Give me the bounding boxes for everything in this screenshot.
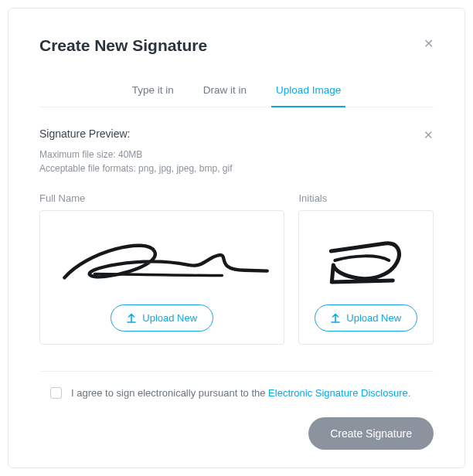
preview-close-icon[interactable]: ✕ (424, 129, 434, 141)
preview-label: Signature Preview: (39, 128, 131, 140)
initials-box: Upload New (298, 210, 434, 345)
full-name-column: Full Name Upload New (39, 192, 284, 345)
disclosure-link[interactable]: Electronic Signature Disclosure. (268, 387, 410, 399)
full-name-box: Upload New (39, 210, 284, 345)
close-icon[interactable]: ✕ (424, 38, 434, 50)
upload-initials-button[interactable]: Upload New (315, 304, 417, 332)
signature-scribble-icon (49, 228, 274, 298)
initials-label: Initials (298, 192, 434, 204)
initials-signature-image (308, 220, 424, 304)
upload-icon (127, 313, 136, 323)
upload-button-label: Upload New (346, 312, 401, 324)
consent-row: I agree to sign electronically pursuant … (39, 387, 434, 399)
full-name-label: Full Name (39, 192, 284, 204)
full-name-signature-image (49, 220, 274, 304)
initials-scribble-icon (308, 228, 424, 298)
create-signature-modal: Create New Signature ✕ Type it in Draw i… (8, 8, 465, 468)
initials-column: Initials Upload New (298, 192, 434, 345)
preview-hints: Maximum file size: 40MB Acceptable file … (39, 148, 434, 175)
consent-text: I agree to sign electronically pursuant … (71, 387, 410, 399)
preview-header: Signature Preview: ✕ (39, 128, 434, 148)
consent-prefix: I agree to sign electronically pursuant … (71, 387, 268, 399)
consent-checkbox[interactable] (50, 387, 62, 399)
create-signature-button[interactable]: Create Signature (308, 417, 434, 450)
divider (39, 371, 434, 372)
hint-max-size: Maximum file size: 40MB (39, 148, 434, 162)
signature-row: Full Name Upload New Initials (39, 192, 434, 345)
hint-formats: Acceptable file formats: png, jpg, jpeg,… (39, 162, 434, 175)
upload-button-label: Upload New (142, 312, 197, 324)
upload-full-name-button[interactable]: Upload New (111, 304, 213, 332)
tab-draw-it-in[interactable]: Draw it in (202, 76, 248, 107)
tab-bar: Type it in Draw it in Upload Image (39, 76, 434, 107)
tab-upload-image[interactable]: Upload Image (274, 76, 342, 107)
modal-title: Create New Signature (39, 36, 434, 55)
tab-type-it-in[interactable]: Type it in (131, 76, 175, 107)
footer: Create Signature (39, 417, 434, 450)
upload-icon (331, 313, 340, 323)
